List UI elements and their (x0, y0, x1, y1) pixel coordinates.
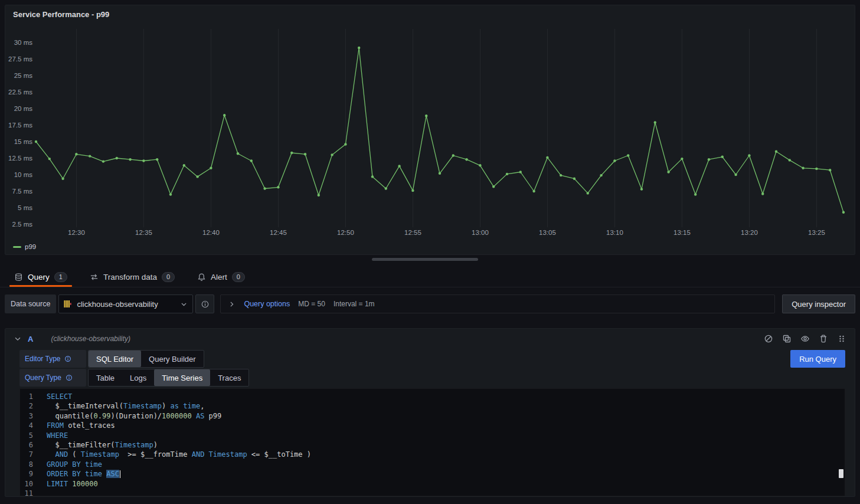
option-query-builder[interactable]: Query Builder (141, 351, 203, 367)
option-time-series[interactable]: Time Series (154, 369, 210, 386)
query-datasource-hint: (clickhouse-observability) (51, 335, 130, 343)
code-line-5[interactable]: WHERE (47, 431, 836, 440)
chart-area: 12:3012:3512:4012:4512:5012:5513:0013:05… (5, 23, 855, 237)
query-inspector-button[interactable]: Query inspector (782, 294, 855, 313)
query-options-bar[interactable]: Query options MD = 50 Interval = 1m (220, 294, 775, 313)
y-axis-tick-label: 20 ms (14, 105, 33, 112)
data-point (842, 211, 845, 214)
data-point (748, 154, 750, 156)
line-number: 6 (20, 440, 33, 450)
data-point (761, 192, 764, 195)
angle-right-icon[interactable] (228, 300, 236, 308)
data-point (250, 159, 253, 162)
option-traces[interactable]: Traces (210, 369, 248, 386)
code-line-2[interactable]: $__timeInterval(Timestamp) as time, (47, 401, 836, 411)
data-point (829, 169, 831, 171)
data-point (129, 158, 131, 161)
code-line-9[interactable]: ORDER BY time ASC (47, 469, 836, 479)
data-point (89, 155, 91, 157)
x-axis-tick-label: 12:35 (135, 229, 152, 236)
data-point (398, 165, 400, 167)
tab-label: Alert (211, 273, 227, 282)
data-point (694, 193, 696, 195)
query-editor-row: A (clickhouse-observability) Editor Type… (5, 328, 855, 497)
panel-header[interactable]: Service Performance - p99 (5, 5, 855, 23)
option-table[interactable]: Table (89, 369, 122, 386)
option-sql-editor[interactable]: SQL Editor (89, 351, 141, 367)
data-point (61, 178, 64, 180)
data-point (506, 173, 508, 175)
query-ref-id[interactable]: A (28, 335, 33, 343)
duplicate-query-icon[interactable] (782, 334, 792, 343)
interval-value: Interval = 1m (333, 300, 375, 308)
data-point (815, 168, 818, 170)
y-axis-tick-label: 5 ms (18, 204, 32, 211)
info-circle-icon (201, 300, 210, 309)
line-number: 1 (20, 392, 33, 401)
code-line-3[interactable]: quantile(0.99)(Duration)/1000000 AS p99 (47, 411, 836, 421)
sql-gutter: 1234567891011 (20, 392, 41, 496)
x-axis-tick-label: 13:20 (741, 229, 758, 236)
info-icon[interactable] (66, 374, 73, 381)
tab-label: Query (28, 273, 50, 282)
data-point (573, 178, 575, 180)
code-line-6[interactable]: $__timeFilter(Timestamp) (47, 440, 836, 450)
code-line-11[interactable] (47, 489, 836, 496)
clickhouse-logo-icon (64, 300, 72, 308)
query-type-row: Query Type TableLogsTime SeriesTraces (19, 369, 249, 387)
max-datapoints-value: MD = 50 (298, 300, 325, 308)
query-type-label: Query Type (19, 369, 86, 387)
option-logs[interactable]: Logs (122, 369, 154, 386)
data-point (708, 158, 710, 161)
line-number: 4 (20, 421, 33, 430)
x-axis-tick-label: 13:25 (808, 229, 825, 236)
data-point (721, 156, 724, 158)
data-point (75, 153, 77, 155)
data-point (439, 172, 441, 175)
data-point (210, 167, 212, 169)
chart-legend-item[interactable]: p99 (13, 243, 36, 250)
timeseries-panel: Service Performance - p99 12:3012:3512:4… (5, 5, 855, 255)
transform-count-badge: 0 (162, 272, 175, 282)
tab-query[interactable]: Query 1 (9, 267, 72, 287)
code-line-7[interactable]: AND ( Timestamp >= $__fromTime AND Times… (47, 450, 836, 459)
data-point (344, 143, 346, 145)
sql-editor[interactable]: 1234567891011 SELECT $__timeInterval(Tim… (19, 388, 845, 496)
data-point (48, 158, 51, 160)
run-query-button[interactable]: Run Query (790, 350, 845, 368)
query-count-badge: 1 (54, 272, 67, 282)
x-axis-tick-label: 12:40 (202, 229, 220, 236)
query-options-link[interactable]: Query options (244, 300, 290, 308)
text-cursor (120, 470, 121, 478)
latency-chart: 12:3012:3512:4012:4512:5012:5513:0013:05… (5, 23, 855, 237)
data-point (263, 187, 266, 189)
data-point (789, 159, 791, 161)
code-line-8[interactable]: GROUP BY time (47, 460, 836, 469)
datasource-help-button[interactable] (195, 294, 214, 313)
data-point (667, 171, 669, 173)
query-type-label-text: Query Type (25, 374, 61, 382)
query-row-header: A (clickhouse-observability) (5, 329, 855, 349)
y-axis-tick-label: 27.5 ms (8, 55, 32, 63)
trash-icon[interactable] (819, 334, 828, 343)
code-line-1[interactable]: SELECT (47, 392, 836, 401)
y-axis-tick-label: 15 ms (14, 138, 33, 145)
data-point (734, 174, 737, 176)
code-line-10[interactable]: LIMIT 100000 (47, 479, 836, 489)
data-point (587, 192, 589, 194)
tab-transform-data[interactable]: Transform data 0 (85, 267, 179, 287)
disable-query-icon[interactable] (764, 334, 773, 343)
data-point (479, 164, 481, 166)
data-point (223, 114, 225, 116)
datasource-picker[interactable]: clickhouse-observability (58, 294, 193, 313)
drag-handle-icon[interactable] (837, 334, 846, 343)
horizontal-scrollbar-thumb[interactable] (372, 258, 478, 261)
eye-icon[interactable] (800, 334, 810, 343)
info-icon[interactable] (64, 355, 71, 362)
editor-tabs: Query 1 Transform data 0 Alert 0 (0, 267, 860, 287)
y-axis-tick-label: 12.5 ms (8, 155, 32, 162)
collapse-chevron-icon[interactable] (14, 335, 22, 343)
tab-alert[interactable]: Alert 0 (192, 267, 250, 287)
legend-series-swatch (13, 246, 21, 248)
code-line-4[interactable]: FROM otel_traces (47, 421, 836, 430)
